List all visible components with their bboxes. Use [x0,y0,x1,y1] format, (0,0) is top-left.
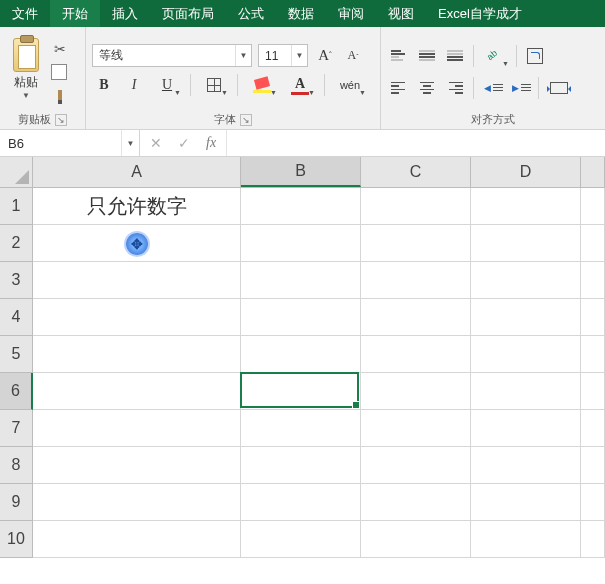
tab-home[interactable]: 开始 [50,0,100,27]
borders-button[interactable]: ▼ [199,73,229,97]
align-center-button[interactable] [415,76,439,100]
formula-enter-button[interactable]: ✓ [178,135,190,151]
font-name-dropdown-icon[interactable]: ▼ [235,45,251,66]
row-header-8[interactable]: 8 [0,447,32,484]
cell-extra-row-5[interactable] [581,336,605,373]
font-name-combo[interactable]: 等线 ▼ [92,44,252,67]
orientation-button[interactable]: ▼ [480,44,510,68]
formula-cancel-button[interactable]: ✕ [150,135,162,151]
clipboard-launcher[interactable]: ↘ [55,114,67,126]
row-header-1[interactable]: 1 [0,188,32,225]
cell-A5[interactable] [33,336,241,373]
cell-A1[interactable]: 只允许数字 [33,188,241,225]
align-bottom-button[interactable] [443,44,467,68]
row-header-5[interactable]: 5 [0,336,32,373]
cell-extra-row-6[interactable] [581,373,605,410]
cell-C4[interactable] [361,299,471,336]
tab-formulas[interactable]: 公式 [226,0,276,27]
cell-B10[interactable] [241,521,361,558]
italic-button[interactable]: I [122,73,146,97]
name-box-dropdown-icon[interactable]: ▼ [121,130,139,156]
cell-extra-row-8[interactable] [581,447,605,484]
font-launcher[interactable]: ↘ [240,114,252,126]
cell-B9[interactable] [241,484,361,521]
cell-A10[interactable] [33,521,241,558]
paste-dropdown-icon[interactable]: ▼ [22,93,30,99]
row-header-6[interactable]: 6 [0,373,33,410]
tab-file[interactable]: 文件 [0,0,50,27]
tab-insert[interactable]: 插入 [100,0,150,27]
align-right-button[interactable] [443,76,467,100]
borders-dropdown-icon[interactable]: ▼ [221,89,228,96]
cell-extra-row-9[interactable] [581,484,605,521]
orientation-dropdown-icon[interactable]: ▼ [502,60,509,67]
fill-color-button[interactable]: ▼ [246,73,278,97]
align-left-button[interactable] [387,76,411,100]
cells-area[interactable]: 只允许数字✥ [33,188,605,584]
formula-input[interactable] [227,130,605,156]
cell-B7[interactable] [241,410,361,447]
cell-A4[interactable] [33,299,241,336]
font-size-dropdown-icon[interactable]: ▼ [291,45,307,66]
cell-A6[interactable] [33,373,241,410]
cell-D8[interactable] [471,447,581,484]
font-color-button[interactable]: A ▼ [284,73,316,97]
cell-C2[interactable] [361,225,471,262]
cell-extra-row-4[interactable] [581,299,605,336]
merge-center-button[interactable] [545,76,573,100]
row-header-3[interactable]: 3 [0,262,32,299]
tab-view[interactable]: 视图 [376,0,426,27]
cell-D7[interactable] [471,410,581,447]
cell-A8[interactable] [33,447,241,484]
column-header-B[interactable]: B [241,157,361,187]
cell-extra-row-10[interactable] [581,521,605,558]
cell-A7[interactable] [33,410,241,447]
cell-C7[interactable] [361,410,471,447]
cell-B4[interactable] [241,299,361,336]
cell-D1[interactable] [471,188,581,225]
align-top-button[interactable] [387,44,411,68]
row-header-9[interactable]: 9 [0,484,32,521]
cell-D6[interactable] [471,373,581,410]
increase-font-button[interactable]: Aˆ [314,44,336,67]
row-header-7[interactable]: 7 [0,410,32,447]
cell-C6[interactable] [361,373,471,410]
phonetic-dropdown-icon[interactable]: ▼ [359,89,366,96]
cell-D2[interactable] [471,225,581,262]
cell-B1[interactable] [241,188,361,225]
cell-D10[interactable] [471,521,581,558]
cell-C1[interactable] [361,188,471,225]
decrease-indent-button[interactable]: ◀ [480,76,504,100]
format-painter-button[interactable] [50,88,70,106]
cut-button[interactable]: ✂ [50,40,70,58]
cell-C9[interactable] [361,484,471,521]
cell-B3[interactable] [241,262,361,299]
tab-data[interactable]: 数据 [276,0,326,27]
column-header-A[interactable]: A [33,157,241,187]
column-header-C[interactable]: C [361,157,471,187]
increase-indent-button[interactable]: ▶ [508,76,532,100]
phonetic-button[interactable]: wén▼ [333,73,367,97]
underline-button[interactable]: U▼ [152,73,182,97]
row-header-2[interactable]: 2 [0,225,32,262]
cell-B6[interactable] [241,373,361,410]
cell-D3[interactable] [471,262,581,299]
bold-button[interactable]: B [92,73,116,97]
cell-C10[interactable] [361,521,471,558]
row-header-10[interactable]: 10 [0,521,32,558]
cell-A3[interactable] [33,262,241,299]
decrease-font-button[interactable]: Aˇ [342,44,364,67]
cell-extra-row-7[interactable] [581,410,605,447]
tab-review[interactable]: 审阅 [326,0,376,27]
underline-dropdown-icon[interactable]: ▼ [174,89,181,96]
wrap-text-button[interactable] [523,44,547,68]
cell-D9[interactable] [471,484,581,521]
cell-C3[interactable] [361,262,471,299]
font-size-combo[interactable]: 11 ▼ [258,44,308,67]
paste-button[interactable]: 粘贴 ▼ [6,36,46,106]
cell-D4[interactable] [471,299,581,336]
cell-D5[interactable] [471,336,581,373]
cell-A9[interactable] [33,484,241,521]
font-color-dropdown-icon[interactable]: ▼ [308,89,315,96]
cell-C5[interactable] [361,336,471,373]
